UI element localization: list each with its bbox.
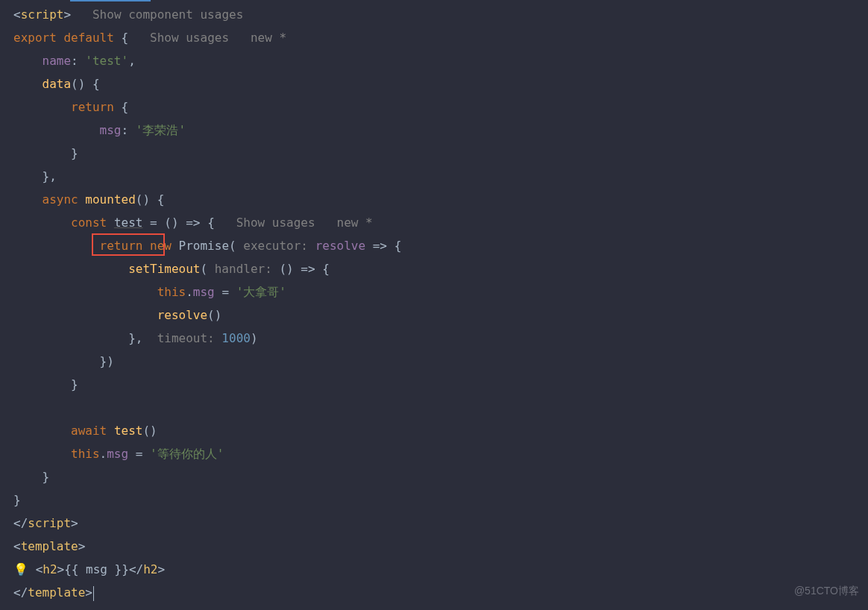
keyword-this: this: [157, 285, 186, 299]
hint-show-usages-2[interactable]: Show usages: [236, 216, 315, 230]
code-line[interactable]: data() {: [13, 72, 868, 95]
call-test: test: [114, 424, 143, 438]
code-line[interactable]: setTimeout( handler: () => {: [13, 257, 868, 280]
code-line[interactable]: this.msg = '大拿哥': [13, 280, 868, 304]
keyword-new: new: [150, 239, 172, 253]
code-line[interactable]: }: [13, 142, 868, 165]
code-line[interactable]: </script>: [13, 512, 868, 535]
code-line[interactable]: async mounted() {: [13, 188, 868, 211]
code-line[interactable]: name: 'test',: [13, 49, 868, 72]
code-line[interactable]: export default { Show usages new *: [13, 26, 868, 49]
hint-handler: handler:: [215, 262, 272, 276]
text-cursor: [93, 586, 94, 601]
hint-new-star-2: new *: [337, 216, 373, 230]
prop-name: name: [43, 54, 72, 68]
code-line[interactable]: [13, 396, 868, 419]
code-line[interactable]: const test = () => { Show usages new *: [13, 211, 868, 234]
watermark: @51CTO博客: [794, 579, 859, 603]
keyword-this-2: this: [71, 447, 100, 461]
code-line[interactable]: }): [13, 350, 868, 373]
code-line[interactable]: 💡 <h2>{{ msg }}</h2>: [13, 558, 868, 581]
hint-executor: executor:: [243, 239, 308, 253]
keyword-await: await: [71, 424, 107, 438]
code-line[interactable]: resolve(): [13, 304, 868, 327]
code-line[interactable]: <template>: [13, 535, 868, 558]
hint-component-usages[interactable]: Show component usages: [92, 7, 243, 22]
string-test: 'test': [85, 54, 128, 68]
code-line[interactable]: msg: '李荣浩': [13, 119, 868, 142]
call-resolve: resolve: [157, 308, 207, 322]
code-line[interactable]: <script> Show component usages: [13, 3, 868, 26]
code-line[interactable]: </template>: [13, 581, 868, 604]
var-test: test: [114, 216, 143, 230]
code-line[interactable]: }: [13, 465, 868, 488]
param-resolve: resolve: [315, 239, 365, 253]
script-close-tag: script: [28, 516, 71, 530]
keyword-default: default: [63, 31, 113, 45]
code-editor[interactable]: <script> Show component usages export de…: [0, 0, 868, 604]
keyword-return: return: [71, 100, 114, 114]
code-line[interactable]: },: [13, 165, 868, 188]
string-danage: '大拿哥': [236, 285, 286, 299]
prop-msg: msg: [100, 123, 122, 137]
h2-close-tag: h2: [143, 562, 157, 576]
keyword-export: export: [13, 31, 57, 45]
keyword-async: async: [43, 192, 78, 207]
template-close-tag: template: [28, 585, 85, 600]
class-promise: Promise: [179, 239, 229, 253]
code-line[interactable]: }: [13, 488, 868, 512]
code-line[interactable]: return {: [13, 95, 868, 119]
mustache-msg: {{ msg }}: [64, 562, 129, 576]
template-open-tag: template: [21, 539, 78, 553]
hint-show-usages[interactable]: Show usages: [150, 31, 229, 45]
prop-msg-3: msg: [107, 447, 128, 461]
string-dengdai: '等待你的人': [150, 447, 224, 461]
method-data: data: [43, 77, 72, 91]
call-settimeout: setTimeout: [128, 262, 200, 276]
keyword-const: const: [71, 216, 107, 230]
code-line[interactable]: await test(): [13, 419, 868, 442]
intention-bulb-icon[interactable]: 💡: [13, 558, 25, 581]
code-line[interactable]: }: [13, 373, 868, 396]
code-line[interactable]: return new Promise( executor: resolve =>…: [13, 234, 868, 257]
number-1000: 1000: [221, 331, 251, 345]
method-mounted: mounted: [85, 192, 135, 207]
hint-timeout: timeout:: [157, 331, 215, 345]
prop-msg-2: msg: [193, 285, 215, 299]
hint-new-star: new *: [251, 31, 286, 45]
string-lironghao: '李荣浩': [136, 123, 186, 137]
script-open-tag: script: [21, 7, 64, 22]
code-line[interactable]: }, timeout: 1000): [13, 327, 868, 350]
keyword-return-2: return: [100, 239, 143, 253]
h2-open-tag: h2: [43, 562, 57, 576]
code-line[interactable]: this.msg = '等待你的人': [13, 442, 868, 465]
